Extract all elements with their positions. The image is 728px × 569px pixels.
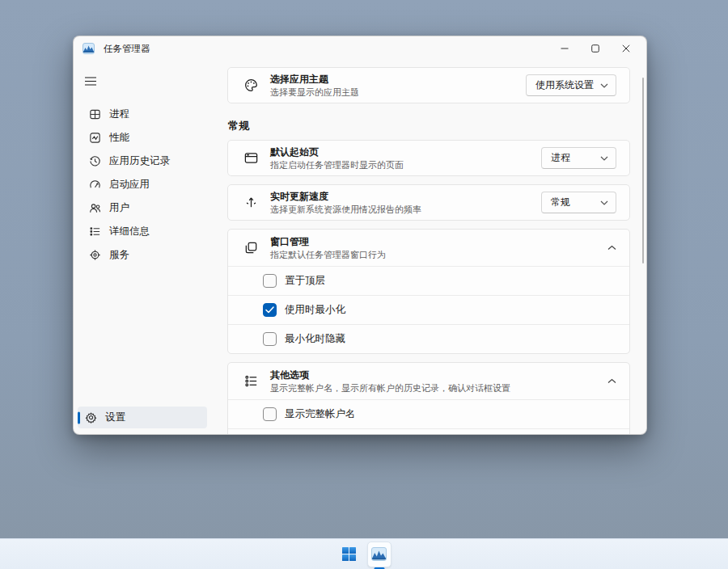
minimize-on-use-checkbox[interactable]	[263, 303, 277, 317]
users-icon	[88, 202, 101, 215]
start-page-dropdown-value: 进程	[551, 151, 570, 165]
maximize-button[interactable]	[580, 36, 611, 61]
option-row-hide-when-minimized[interactable]: 最小化时隐藏	[228, 324, 629, 353]
sidebar-item-app-history[interactable]: 应用历史记录	[78, 150, 207, 173]
sidebar-item-processes[interactable]: 进程	[78, 103, 207, 126]
theme-card-title: 选择应用主题	[270, 74, 526, 86]
start-page-card-subtitle: 指定启动任务管理器时显示的页面	[270, 159, 541, 171]
update-speed-card: 实时更新速度 选择更新系统资源使用情况报告的频率 常规	[227, 184, 630, 221]
theme-card: 选择应用主题 选择要显示的应用主题 使用系统设置	[227, 67, 630, 103]
hide-when-minimized-checkbox[interactable]	[263, 332, 277, 346]
theme-dropdown[interactable]: 使用系统设置	[526, 74, 616, 96]
windows-logo-icon	[342, 547, 356, 561]
hamburger-icon[interactable]	[78, 70, 103, 91]
windows-stack-icon	[243, 240, 261, 255]
task-manager-icon	[371, 547, 387, 561]
settings-content: 选择应用主题 选择要显示的应用主题 使用系统设置 常规	[211, 61, 646, 434]
chevron-up-icon[interactable]	[607, 378, 616, 384]
sidebar-item-label: 应用历史记录	[109, 154, 170, 168]
sidebar-item-label: 详细信息	[109, 225, 150, 238]
option-row-full-account-name[interactable]: 显示完整帐户名	[228, 399, 629, 428]
sidebar-spacer	[74, 267, 211, 407]
sidebar: 进程 性能 应用历史记录	[74, 61, 211, 434]
option-label: 使用时最小化	[285, 303, 345, 317]
full-account-name-checkbox[interactable]	[263, 407, 277, 421]
always-on-top-checkbox[interactable]	[263, 274, 277, 288]
sidebar-nav: 进程 性能 应用历史记录	[74, 103, 211, 267]
window-management-title: 窗口管理	[270, 236, 601, 248]
window-management-card: 窗口管理 指定默认任务管理器窗口行为 置于顶层	[227, 229, 630, 354]
option-row-always-on-top[interactable]: 置于顶层	[228, 266, 629, 295]
other-options-card: 其他选项 显示完整帐户名，显示所有帐户的历史记录，确认对话框设置 显示完整帐户名	[227, 362, 630, 435]
startup-apps-icon	[88, 179, 101, 192]
app-history-icon	[88, 155, 101, 168]
chevron-up-icon[interactable]	[607, 245, 616, 251]
minimize-button[interactable]	[549, 36, 580, 61]
sidebar-item-label: 进程	[109, 107, 129, 121]
close-button[interactable]	[611, 36, 641, 61]
performance-icon	[88, 132, 101, 145]
start-button[interactable]	[337, 542, 362, 567]
update-speed-dropdown-value: 常规	[551, 196, 570, 209]
sidebar-item-settings[interactable]: 设置	[78, 407, 207, 428]
services-icon	[88, 249, 101, 262]
option-label: 最小化时隐藏	[285, 332, 345, 346]
options-list-icon	[243, 373, 261, 389]
speed-icon	[243, 195, 261, 210]
section-header-general: 常规	[228, 119, 630, 133]
window-title: 任务管理器	[104, 43, 150, 55]
taskbar-task-manager-button[interactable]	[367, 542, 392, 567]
start-page-card-title: 默认起始页	[270, 146, 541, 158]
option-label: 置于顶层	[285, 274, 325, 288]
start-page-icon	[243, 150, 261, 166]
details-icon	[88, 225, 101, 238]
processes-icon	[88, 108, 101, 121]
chevron-down-icon	[600, 83, 608, 88]
palette-icon	[243, 78, 261, 93]
other-options-header[interactable]: 其他选项 显示完整帐户名，显示所有帐户的历史记录，确认对话框设置	[228, 363, 629, 399]
start-page-dropdown[interactable]: 进程	[541, 147, 616, 169]
sidebar-item-startup-apps[interactable]: 启动应用	[78, 173, 207, 196]
option-label: 显示完整帐户名	[285, 407, 356, 421]
task-manager-app-icon	[83, 43, 95, 54]
scrollbar[interactable]	[642, 78, 644, 263]
sidebar-item-users[interactable]: 用户	[78, 196, 207, 220]
gear-icon	[84, 411, 97, 424]
sidebar-item-services[interactable]: 服务	[78, 243, 207, 267]
update-speed-dropdown[interactable]: 常规	[541, 192, 616, 213]
other-options-subtitle: 显示完整帐户名，显示所有帐户的历史记录，确认对话框设置	[270, 382, 601, 394]
chevron-down-icon	[600, 156, 608, 161]
sidebar-item-details[interactable]: 详细信息	[78, 220, 207, 243]
start-page-card: 默认起始页 指定启动任务管理器时显示的页面 进程	[227, 140, 630, 176]
theme-dropdown-value: 使用系统设置	[535, 78, 594, 92]
sidebar-item-label: 启动应用	[109, 178, 150, 192]
task-manager-window: 任务管理器 进程	[73, 36, 647, 435]
caption-buttons	[549, 36, 641, 61]
sidebar-item-label: 用户	[109, 201, 129, 215]
sidebar-item-label: 设置	[105, 411, 125, 424]
sidebar-item-performance[interactable]: 性能	[78, 126, 207, 150]
sidebar-item-label: 服务	[109, 248, 129, 262]
update-speed-card-title: 实时更新速度	[270, 191, 541, 203]
update-speed-card-subtitle: 选择更新系统资源使用情况报告的频率	[270, 204, 541, 215]
titlebar: 任务管理器	[74, 36, 646, 61]
option-row-minimize-on-use[interactable]: 使用时最小化	[228, 295, 629, 324]
sidebar-item-label: 性能	[109, 131, 129, 145]
taskbar	[0, 538, 728, 569]
chevron-down-icon	[600, 200, 608, 205]
option-row-all-accounts-history[interactable]: 显示所有帐户的历史记录	[228, 428, 629, 435]
window-management-subtitle: 指定默认任务管理器窗口行为	[270, 249, 601, 260]
theme-card-subtitle: 选择要显示的应用主题	[270, 86, 526, 98]
window-management-header[interactable]: 窗口管理 指定默认任务管理器窗口行为	[228, 230, 629, 266]
other-options-title: 其他选项	[270, 369, 601, 381]
